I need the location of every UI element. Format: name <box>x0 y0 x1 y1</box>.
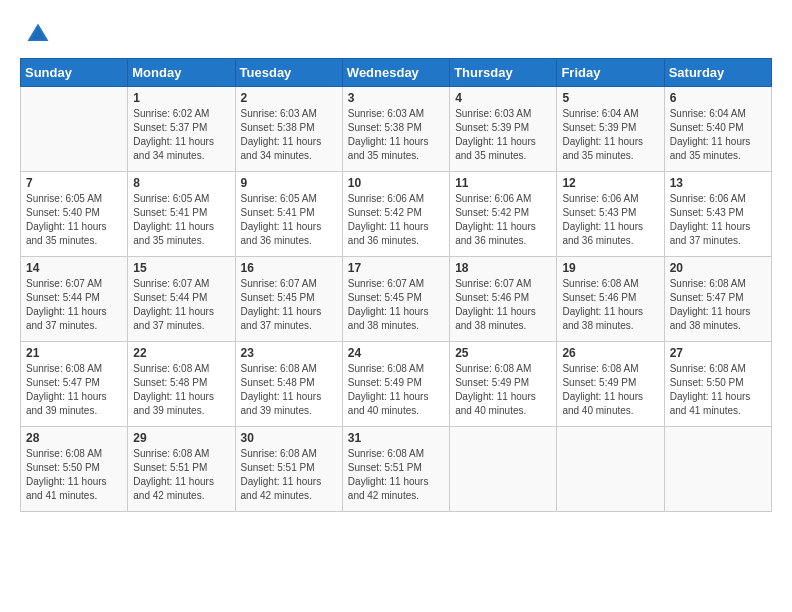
day-info: Sunrise: 6:08 AM Sunset: 5:47 PM Dayligh… <box>670 277 766 333</box>
day-number: 8 <box>133 176 229 190</box>
day-number: 6 <box>670 91 766 105</box>
calendar-cell: 22Sunrise: 6:08 AM Sunset: 5:48 PM Dayli… <box>128 342 235 427</box>
day-info: Sunrise: 6:08 AM Sunset: 5:51 PM Dayligh… <box>133 447 229 503</box>
day-number: 10 <box>348 176 444 190</box>
day-number: 20 <box>670 261 766 275</box>
week-row-1: 1Sunrise: 6:02 AM Sunset: 5:37 PM Daylig… <box>21 87 772 172</box>
day-info: Sunrise: 6:08 AM Sunset: 5:48 PM Dayligh… <box>133 362 229 418</box>
day-info: Sunrise: 6:08 AM Sunset: 5:47 PM Dayligh… <box>26 362 122 418</box>
day-number: 14 <box>26 261 122 275</box>
day-number: 28 <box>26 431 122 445</box>
calendar-cell: 11Sunrise: 6:06 AM Sunset: 5:42 PM Dayli… <box>450 172 557 257</box>
calendar-cell: 7Sunrise: 6:05 AM Sunset: 5:40 PM Daylig… <box>21 172 128 257</box>
day-number: 4 <box>455 91 551 105</box>
calendar-cell <box>664 427 771 512</box>
day-info: Sunrise: 6:04 AM Sunset: 5:40 PM Dayligh… <box>670 107 766 163</box>
day-number: 17 <box>348 261 444 275</box>
calendar-cell: 30Sunrise: 6:08 AM Sunset: 5:51 PM Dayli… <box>235 427 342 512</box>
day-number: 19 <box>562 261 658 275</box>
day-info: Sunrise: 6:08 AM Sunset: 5:50 PM Dayligh… <box>670 362 766 418</box>
day-info: Sunrise: 6:02 AM Sunset: 5:37 PM Dayligh… <box>133 107 229 163</box>
day-number: 16 <box>241 261 337 275</box>
calendar-table: SundayMondayTuesdayWednesdayThursdayFrid… <box>20 58 772 512</box>
day-info: Sunrise: 6:08 AM Sunset: 5:49 PM Dayligh… <box>562 362 658 418</box>
day-info: Sunrise: 6:07 AM Sunset: 5:45 PM Dayligh… <box>241 277 337 333</box>
calendar-cell: 21Sunrise: 6:08 AM Sunset: 5:47 PM Dayli… <box>21 342 128 427</box>
day-info: Sunrise: 6:07 AM Sunset: 5:44 PM Dayligh… <box>26 277 122 333</box>
day-info: Sunrise: 6:07 AM Sunset: 5:46 PM Dayligh… <box>455 277 551 333</box>
week-row-2: 7Sunrise: 6:05 AM Sunset: 5:40 PM Daylig… <box>21 172 772 257</box>
calendar-cell: 13Sunrise: 6:06 AM Sunset: 5:43 PM Dayli… <box>664 172 771 257</box>
day-number: 30 <box>241 431 337 445</box>
header-cell-thursday: Thursday <box>450 59 557 87</box>
header-row: SundayMondayTuesdayWednesdayThursdayFrid… <box>21 59 772 87</box>
day-info: Sunrise: 6:05 AM Sunset: 5:41 PM Dayligh… <box>241 192 337 248</box>
day-info: Sunrise: 6:03 AM Sunset: 5:39 PM Dayligh… <box>455 107 551 163</box>
day-number: 18 <box>455 261 551 275</box>
calendar-cell: 23Sunrise: 6:08 AM Sunset: 5:48 PM Dayli… <box>235 342 342 427</box>
day-info: Sunrise: 6:08 AM Sunset: 5:48 PM Dayligh… <box>241 362 337 418</box>
calendar-cell <box>557 427 664 512</box>
day-info: Sunrise: 6:08 AM Sunset: 5:51 PM Dayligh… <box>241 447 337 503</box>
calendar-body: 1Sunrise: 6:02 AM Sunset: 5:37 PM Daylig… <box>21 87 772 512</box>
day-number: 7 <box>26 176 122 190</box>
day-info: Sunrise: 6:06 AM Sunset: 5:42 PM Dayligh… <box>348 192 444 248</box>
calendar-cell: 24Sunrise: 6:08 AM Sunset: 5:49 PM Dayli… <box>342 342 449 427</box>
calendar-cell: 20Sunrise: 6:08 AM Sunset: 5:47 PM Dayli… <box>664 257 771 342</box>
header-cell-saturday: Saturday <box>664 59 771 87</box>
calendar-cell: 15Sunrise: 6:07 AM Sunset: 5:44 PM Dayli… <box>128 257 235 342</box>
day-number: 5 <box>562 91 658 105</box>
day-number: 23 <box>241 346 337 360</box>
calendar-cell: 17Sunrise: 6:07 AM Sunset: 5:45 PM Dayli… <box>342 257 449 342</box>
calendar-cell: 26Sunrise: 6:08 AM Sunset: 5:49 PM Dayli… <box>557 342 664 427</box>
day-number: 13 <box>670 176 766 190</box>
day-number: 24 <box>348 346 444 360</box>
week-row-5: 28Sunrise: 6:08 AM Sunset: 5:50 PM Dayli… <box>21 427 772 512</box>
calendar-cell <box>21 87 128 172</box>
day-number: 22 <box>133 346 229 360</box>
header-cell-tuesday: Tuesday <box>235 59 342 87</box>
day-info: Sunrise: 6:05 AM Sunset: 5:40 PM Dayligh… <box>26 192 122 248</box>
calendar-cell: 2Sunrise: 6:03 AM Sunset: 5:38 PM Daylig… <box>235 87 342 172</box>
calendar-cell: 27Sunrise: 6:08 AM Sunset: 5:50 PM Dayli… <box>664 342 771 427</box>
calendar-header: SundayMondayTuesdayWednesdayThursdayFrid… <box>21 59 772 87</box>
day-number: 9 <box>241 176 337 190</box>
day-number: 31 <box>348 431 444 445</box>
day-number: 29 <box>133 431 229 445</box>
day-info: Sunrise: 6:06 AM Sunset: 5:43 PM Dayligh… <box>562 192 658 248</box>
day-number: 25 <box>455 346 551 360</box>
calendar-cell: 10Sunrise: 6:06 AM Sunset: 5:42 PM Dayli… <box>342 172 449 257</box>
calendar-cell <box>450 427 557 512</box>
day-number: 21 <box>26 346 122 360</box>
calendar-cell: 14Sunrise: 6:07 AM Sunset: 5:44 PM Dayli… <box>21 257 128 342</box>
day-info: Sunrise: 6:06 AM Sunset: 5:43 PM Dayligh… <box>670 192 766 248</box>
page-header <box>20 20 772 48</box>
day-info: Sunrise: 6:08 AM Sunset: 5:46 PM Dayligh… <box>562 277 658 333</box>
calendar-cell: 3Sunrise: 6:03 AM Sunset: 5:38 PM Daylig… <box>342 87 449 172</box>
day-number: 1 <box>133 91 229 105</box>
header-cell-sunday: Sunday <box>21 59 128 87</box>
header-cell-wednesday: Wednesday <box>342 59 449 87</box>
calendar-cell: 12Sunrise: 6:06 AM Sunset: 5:43 PM Dayli… <box>557 172 664 257</box>
calendar-cell: 5Sunrise: 6:04 AM Sunset: 5:39 PM Daylig… <box>557 87 664 172</box>
header-cell-friday: Friday <box>557 59 664 87</box>
day-number: 2 <box>241 91 337 105</box>
day-number: 26 <box>562 346 658 360</box>
day-number: 3 <box>348 91 444 105</box>
calendar-cell: 25Sunrise: 6:08 AM Sunset: 5:49 PM Dayli… <box>450 342 557 427</box>
calendar-cell: 29Sunrise: 6:08 AM Sunset: 5:51 PM Dayli… <box>128 427 235 512</box>
calendar-cell: 16Sunrise: 6:07 AM Sunset: 5:45 PM Dayli… <box>235 257 342 342</box>
day-info: Sunrise: 6:06 AM Sunset: 5:42 PM Dayligh… <box>455 192 551 248</box>
calendar-cell: 18Sunrise: 6:07 AM Sunset: 5:46 PM Dayli… <box>450 257 557 342</box>
day-info: Sunrise: 6:08 AM Sunset: 5:49 PM Dayligh… <box>348 362 444 418</box>
calendar-cell: 31Sunrise: 6:08 AM Sunset: 5:51 PM Dayli… <box>342 427 449 512</box>
day-number: 15 <box>133 261 229 275</box>
calendar-cell: 9Sunrise: 6:05 AM Sunset: 5:41 PM Daylig… <box>235 172 342 257</box>
calendar-cell: 6Sunrise: 6:04 AM Sunset: 5:40 PM Daylig… <box>664 87 771 172</box>
day-info: Sunrise: 6:03 AM Sunset: 5:38 PM Dayligh… <box>241 107 337 163</box>
day-info: Sunrise: 6:05 AM Sunset: 5:41 PM Dayligh… <box>133 192 229 248</box>
day-info: Sunrise: 6:04 AM Sunset: 5:39 PM Dayligh… <box>562 107 658 163</box>
day-info: Sunrise: 6:07 AM Sunset: 5:45 PM Dayligh… <box>348 277 444 333</box>
day-info: Sunrise: 6:03 AM Sunset: 5:38 PM Dayligh… <box>348 107 444 163</box>
day-info: Sunrise: 6:08 AM Sunset: 5:50 PM Dayligh… <box>26 447 122 503</box>
